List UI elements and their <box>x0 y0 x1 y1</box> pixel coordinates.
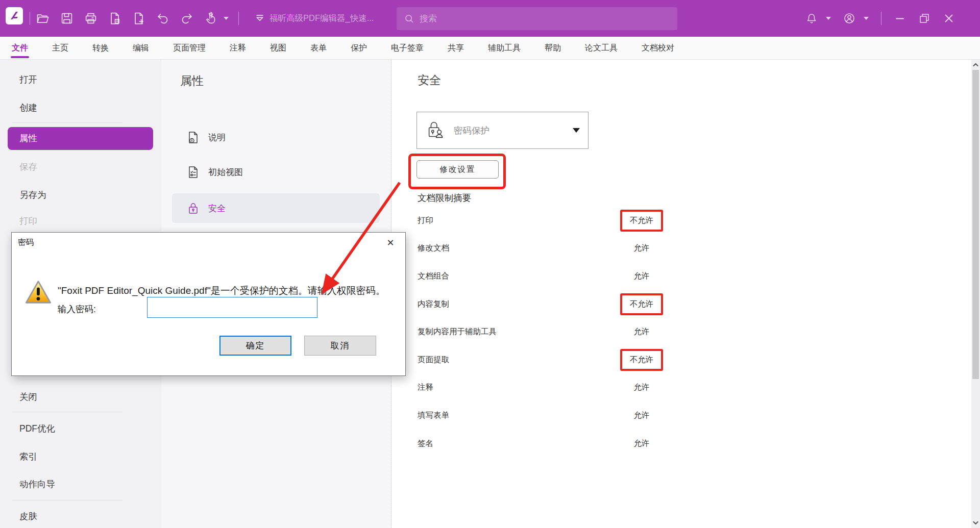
menu-item-label: 保护 <box>351 43 367 54</box>
notifications-dropdown-caret[interactable] <box>826 17 831 20</box>
permission-value-cell: 允许 <box>615 405 669 426</box>
add-page-icon[interactable] <box>132 11 146 26</box>
sidebar-item[interactable]: 打印 <box>19 210 151 232</box>
notifications-bell-icon[interactable] <box>805 12 818 24</box>
permission-value-cell: 允许 <box>615 265 669 287</box>
redo-icon[interactable] <box>180 11 194 26</box>
permission-value: 允许 <box>624 265 659 287</box>
ok-button[interactable]: 确定 <box>219 336 291 356</box>
cancel-button[interactable]: 取消 <box>304 336 376 356</box>
document-tab[interactable]: 福昕高级PDF编辑器_快速... <box>270 0 396 37</box>
menu-item[interactable]: 编辑 <box>133 37 149 60</box>
sidebar-item-label: 属性 <box>19 133 37 143</box>
properties-item-label: 安全 <box>208 203 226 214</box>
properties-item-initial-view[interactable]: 初始视图 <box>172 155 380 189</box>
dialog-message: "Foxit PDF Editor_Quick Guide.pdf"是一个受保护… <box>58 284 395 297</box>
account-dropdown-caret[interactable] <box>864 17 869 20</box>
menu-item[interactable]: 电子签章 <box>391 37 424 60</box>
sidebar-item[interactable]: PDF优化 <box>19 418 151 439</box>
sidebar-item[interactable]: 创建 <box>19 97 151 118</box>
menu-item[interactable]: 表单 <box>310 37 327 60</box>
menu-item[interactable]: 论文工具 <box>585 37 618 60</box>
foxit-logo[interactable] <box>6 7 23 24</box>
permission-label: 页面提取 <box>418 355 449 365</box>
search-input[interactable] <box>420 14 670 24</box>
menu-item[interactable]: 共享 <box>448 37 464 60</box>
scroll-down-button[interactable] <box>971 518 980 528</box>
menu-item[interactable]: 转换 <box>92 37 109 60</box>
titlebar-separator <box>30 12 30 25</box>
sidebar-item[interactable]: 另存为 <box>19 184 151 206</box>
dropdown-caret-icon <box>573 128 580 133</box>
close-window-icon[interactable] <box>943 12 955 24</box>
properties-item-description[interactable]: 说明 <box>172 120 380 155</box>
sidebar-item[interactable]: 皮肤 <box>19 506 151 527</box>
menu-item-label: 辅助工具 <box>488 43 521 54</box>
vertical-scrollbar[interactable] <box>971 60 980 528</box>
sidebar-item[interactable]: 属性 <box>8 127 153 150</box>
delete-page-icon[interactable] <box>108 11 122 26</box>
menu-item[interactable]: 主页 <box>52 37 68 60</box>
toolbar-separator <box>238 12 239 25</box>
sidebar-item[interactable]: 打开 <box>19 69 151 90</box>
password-label: 输入密码: <box>58 303 96 315</box>
modify-settings-button[interactable]: 修改设置 <box>416 160 499 179</box>
document-tab-title: 福昕高级PDF编辑器_快速... <box>270 13 374 24</box>
save-icon[interactable] <box>60 11 74 26</box>
permission-value: 允许 <box>624 237 659 259</box>
sidebar-item[interactable]: 索引 <box>19 446 151 467</box>
quick-access-toolbar <box>36 11 267 26</box>
menu-item[interactable]: 注释 <box>230 37 246 60</box>
permission-label: 修改文档 <box>418 243 449 254</box>
permission-row: 页面提取 不允许 <box>418 346 775 374</box>
security-method-value: 密码保护 <box>454 124 573 137</box>
restriction-summary-title: 文档限制摘要 <box>418 192 471 204</box>
print-icon[interactable] <box>84 11 98 26</box>
permission-value: 不允许 <box>620 349 664 371</box>
sidebar-item[interactable]: 动作向导 <box>19 473 151 495</box>
search-box[interactable] <box>397 7 677 30</box>
chevron-up-icon <box>973 63 978 67</box>
permission-label: 注释 <box>418 382 433 393</box>
hand-tool-dropdown-caret[interactable] <box>224 17 229 20</box>
menu-item[interactable]: 辅助工具 <box>488 37 521 60</box>
minimize-icon[interactable] <box>894 12 906 24</box>
menu-item-label: 视图 <box>270 43 286 54</box>
collapse-toolbar-icon[interactable] <box>253 11 267 26</box>
menu-item[interactable]: 保护 <box>351 37 367 60</box>
permission-value: 允许 <box>624 433 659 455</box>
menu-item[interactable]: 视图 <box>270 37 286 60</box>
foxit-logo-icon <box>8 10 20 22</box>
scrollbar-thumb[interactable] <box>972 70 979 379</box>
password-input[interactable] <box>147 297 317 318</box>
menu-item-label: 文档校对 <box>642 43 674 54</box>
security-method-dropdown[interactable]: 密码保护 <box>416 112 589 149</box>
undo-icon[interactable] <box>156 11 170 26</box>
permission-value-cell: 不允许 <box>615 210 669 232</box>
sidebar-item[interactable]: 关闭 <box>19 386 151 408</box>
menu-item[interactable]: 文档校对 <box>642 37 674 60</box>
permission-value-cell: 允许 <box>615 376 669 398</box>
menu-item-label: 注释 <box>230 43 246 54</box>
menu-item-label: 表单 <box>310 43 327 54</box>
sidebar-item[interactable]: 保存 <box>19 156 151 178</box>
account-icon[interactable] <box>843 12 855 24</box>
restore-window-icon[interactable] <box>918 12 930 24</box>
open-file-icon[interactable] <box>36 11 50 26</box>
permission-row: 签名 允许 <box>418 430 775 458</box>
menu-item-label: 论文工具 <box>585 43 618 54</box>
menu-item[interactable]: 帮助 <box>545 37 561 60</box>
permissions-list: 打印 不允许 修改文档 允许 文档组合 允许 <box>418 207 775 457</box>
menu-item[interactable]: 页面管理 <box>173 37 206 60</box>
menu-item-label: 共享 <box>448 43 464 54</box>
menu-bar: 文件 主页 转换 编辑 页面管理 注释 视图 表单 保护 电子签章 共享 <box>0 37 980 60</box>
menu-item-label: 文件 <box>12 43 28 54</box>
dialog-close-icon[interactable]: ✕ <box>384 237 397 249</box>
properties-item-security[interactable]: 安全 <box>172 193 380 223</box>
titlebar-right-controls <box>805 0 955 37</box>
chevron-down-icon <box>973 521 978 525</box>
scroll-up-button[interactable] <box>971 60 980 70</box>
permission-value: 允许 <box>624 321 659 343</box>
hand-tool-icon[interactable] <box>204 11 218 26</box>
menu-item[interactable]: 文件 <box>12 37 28 60</box>
